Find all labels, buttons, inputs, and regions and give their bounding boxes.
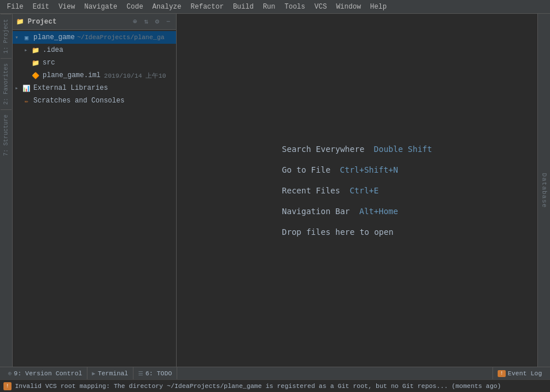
menu-view[interactable]: View <box>54 2 80 12</box>
placeholder-goto-text: Go to File <box>282 165 330 174</box>
right-sidebar[interactable]: Database <box>537 14 550 367</box>
placeholder-navbar-text: Navigation Bar <box>282 207 350 216</box>
menu-help[interactable]: Help <box>365 2 391 12</box>
placeholder-search: Search Everywhere Double Shift <box>282 144 432 154</box>
placeholder-recent: Recent Files Ctrl+E <box>282 186 379 195</box>
vtab-structure[interactable]: 7: Structure <box>1 109 12 161</box>
status-todo[interactable]: ☰ 6: TODO <box>133 367 177 379</box>
placeholder-recent-text: Recent Files <box>282 186 340 195</box>
menu-file[interactable]: File <box>2 2 28 12</box>
lib-icon: 📊 <box>22 83 31 93</box>
placeholder-navbar-shortcut: Alt+Home <box>360 207 398 216</box>
editor-area: Search Everywhere Double Shift Go to Fil… <box>177 14 537 367</box>
main-layout: 1: Project 2: Favorites 7: Structure 📁 P… <box>0 14 550 367</box>
placeholder-search-shortcut: Double Shift <box>374 144 432 154</box>
tree-label: plane_game.iml <box>43 71 101 79</box>
menu-vcs[interactable]: VCS <box>310 2 332 12</box>
tree-item-iml[interactable]: ▸ 🔶 plane_game.iml 2019/10/14 上午10 <box>13 69 176 82</box>
scratch-icon: ✏ <box>22 96 31 105</box>
project-close-icon[interactable]: − <box>164 17 173 27</box>
message-text: Invalid VCS root mapping: The directory … <box>15 383 501 390</box>
menu-window[interactable]: Window <box>331 2 365 12</box>
tree-path: ~/IdeaProjects/plane_ga <box>77 34 165 41</box>
placeholder-search-text: Search Everywhere <box>282 144 364 154</box>
tree-arrow: ▸ <box>15 85 22 92</box>
placeholder-drop-text: Drop files here to open <box>282 227 394 237</box>
tree-label: External Libraries <box>33 84 108 92</box>
left-vertical-tabs: 1: Project 2: Favorites 7: Structure <box>0 14 13 367</box>
statusbar: ⊕ 9: Version Control ▶ Terminal ☰ 6: TOD… <box>0 367 550 379</box>
project-panel-title: Project <box>28 18 128 26</box>
tree-item-src[interactable]: ▸ 📁 src <box>13 56 176 69</box>
tree-item-plane-game[interactable]: ▾ ▣ plane_game ~/IdeaProjects/plane_ga <box>13 31 176 44</box>
tree-label: src <box>43 59 55 67</box>
todo-icon: ☰ <box>138 370 143 377</box>
tree-label: Scratches and Consoles <box>33 97 124 105</box>
placeholder-recent-shortcut: Ctrl+E <box>350 186 379 195</box>
project-tree: ▾ ▣ plane_game ~/IdeaProjects/plane_ga ▸… <box>13 30 176 367</box>
tree-label: plane_game <box>33 33 75 41</box>
project-sort-icon[interactable]: ⇅ <box>142 16 150 27</box>
project-panel-header: 📁 Project ⊕ ⇅ ⚙ − <box>13 14 176 30</box>
tree-arrow: ▾ <box>15 34 22 41</box>
menu-edit[interactable]: Edit <box>28 2 54 12</box>
right-sidebar-label: Database <box>541 173 548 208</box>
status-event-log[interactable]: ! Event Log <box>492 367 547 379</box>
placeholder-navbar: Navigation Bar Alt+Home <box>282 207 398 216</box>
messagebar: ! Invalid VCS root mapping: The director… <box>0 379 550 392</box>
menu-navigate[interactable]: Navigate <box>79 2 122 12</box>
tree-item-ext-libs[interactable]: ▸ 📊 External Libraries <box>13 82 176 94</box>
menubar: File Edit View Navigate Code Analyze Ref… <box>0 0 550 14</box>
status-event-log-label: Event Log <box>508 370 542 377</box>
placeholder-goto-shortcut: Ctrl+Shift+N <box>340 165 398 174</box>
status-vc-label: 9: Version Control <box>14 370 82 377</box>
menu-refactor[interactable]: Refactor <box>186 2 228 12</box>
menu-build[interactable]: Build <box>228 2 258 12</box>
placeholder-drop: Drop files here to open <box>282 227 394 237</box>
menu-analyze[interactable]: Analyze <box>148 2 186 12</box>
tree-arrow: ▸ <box>24 47 31 54</box>
module-icon: ▣ <box>22 33 31 42</box>
project-add-icon[interactable]: ⊕ <box>131 16 139 27</box>
vtab-favorites[interactable]: 2: Favorites <box>1 58 12 109</box>
menu-tools[interactable]: Tools <box>280 2 310 12</box>
folder-icon: 📁 <box>31 58 40 67</box>
vtab-project[interactable]: 1: Project <box>1 14 12 58</box>
tree-item-idea[interactable]: ▸ 📁 .idea <box>13 44 176 56</box>
placeholder-goto: Go to File Ctrl+Shift+N <box>282 165 398 174</box>
tree-label: .idea <box>43 46 63 54</box>
tree-item-scratches[interactable]: ▸ ✏ Scratches and Consoles <box>13 94 176 107</box>
project-settings-icon[interactable]: ⚙ <box>153 16 162 27</box>
status-terminal-label: Terminal <box>98 370 128 377</box>
menu-run[interactable]: Run <box>258 2 280 12</box>
status-terminal[interactable]: ▶ Terminal <box>87 367 133 379</box>
status-todo-label: 6: TODO <box>146 370 172 377</box>
event-log-badge: ! <box>498 370 505 377</box>
tree-date: 2019/10/14 上午10 <box>104 71 166 80</box>
folder-hidden-icon: 📁 <box>31 45 40 55</box>
status-version-control[interactable]: ⊕ 9: Version Control <box>3 367 87 379</box>
iml-icon: 🔶 <box>31 71 40 80</box>
project-panel: 📁 Project ⊕ ⇅ ⚙ − ▾ ▣ plane_game ~/IdeaP… <box>13 14 177 367</box>
menu-code[interactable]: Code <box>122 2 148 12</box>
version-control-icon: ⊕ <box>8 370 12 377</box>
terminal-icon: ▶ <box>92 370 96 377</box>
message-warning-icon: ! <box>3 382 12 390</box>
editor-placeholder: Search Everywhere Double Shift Go to Fil… <box>282 144 432 237</box>
